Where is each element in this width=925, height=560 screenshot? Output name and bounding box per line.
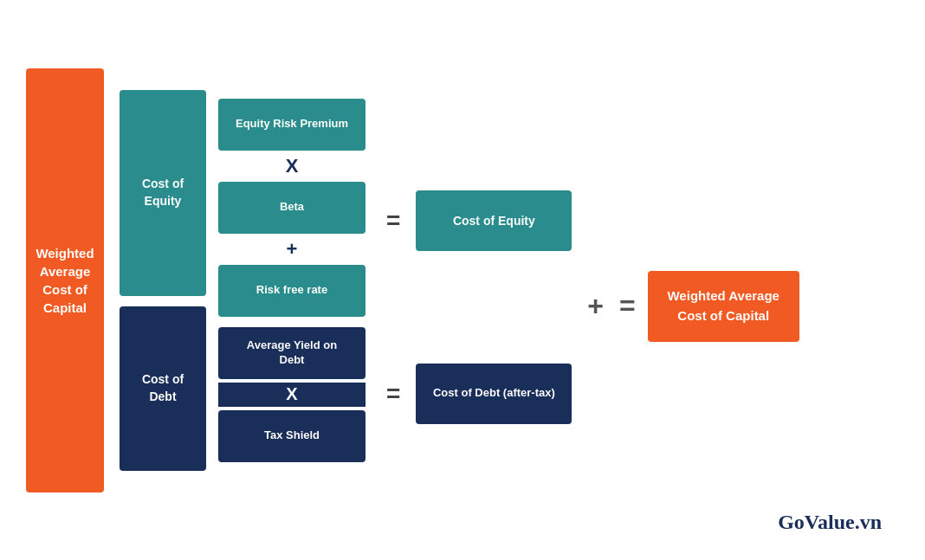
cost-equity-result-label: Cost of Equity — [453, 214, 535, 228]
risk-free-rate-label: Risk free rate — [256, 283, 327, 298]
debt-block: Cost of Debt — [120, 306, 206, 471]
equals2: = — [386, 380, 400, 408]
equity-block-label: Cost of Equity — [142, 176, 184, 209]
brand-text: GoValue.vn — [778, 511, 882, 534]
formulas-col: Equity Risk Premium X Beta + Risk free r… — [218, 99, 365, 462]
equals1: = — [386, 207, 400, 235]
wacc-result-label: Weighted Average Cost of Capital — [667, 286, 779, 325]
equity-formula-group: Equity Risk Premium X Beta + Risk free r… — [218, 99, 365, 317]
avg-yield-box: Average Yield on Debt — [218, 327, 365, 379]
debt-formula-group: Average Yield on Debt X Tax Shield — [218, 327, 365, 462]
cost-debt-result-box: Cost of Debt (after-tax) — [416, 364, 572, 424]
debt-equals-row: = Cost of Debt (after-tax) — [378, 364, 572, 424]
equity-equals-row: = Cost of Equity — [378, 190, 572, 251]
wacc-result-box: Weighted Average Cost of Capital — [648, 271, 799, 342]
equity-op1: X — [286, 154, 299, 178]
equity-block: Cost of Equity — [120, 90, 206, 296]
tax-shield-box: Tax Shield — [218, 410, 365, 462]
wacc-left-bar-label: Weighted Average Cost of Capital — [36, 244, 94, 317]
equity-op2: + — [287, 237, 298, 261]
risk-free-rate-box: Risk free rate — [218, 265, 365, 317]
wacc-left-bar: Weighted Average Cost of Capital — [26, 68, 104, 492]
avg-yield-label: Average Yield on Debt — [247, 338, 337, 368]
tax-shield-label: Tax Shield — [264, 428, 320, 443]
equals3: = — [619, 290, 636, 322]
beta-box: Beta — [218, 182, 365, 234]
debt-op1: X — [218, 383, 365, 407]
beta-label: Beta — [280, 200, 304, 215]
equity-risk-premium-label: Equity Risk Premium — [236, 117, 348, 132]
equity-risk-premium-box: Equity Risk Premium — [218, 99, 365, 151]
plus-section: + — [587, 290, 604, 322]
plus-sign: + — [587, 290, 604, 322]
results-section: = Cost of Equity = Cost of Debt (after-t… — [378, 137, 572, 424]
diagram: Weighted Average Cost of Capital Cost of… — [0, 0, 925, 560]
equity-debt-col: Cost of Equity Cost of Debt — [120, 90, 206, 471]
debt-block-label: Cost of Debt — [142, 371, 184, 405]
cost-debt-result-label: Cost of Debt (after-tax) — [433, 385, 555, 401]
cost-equity-result-box: Cost of Equity — [416, 190, 572, 251]
